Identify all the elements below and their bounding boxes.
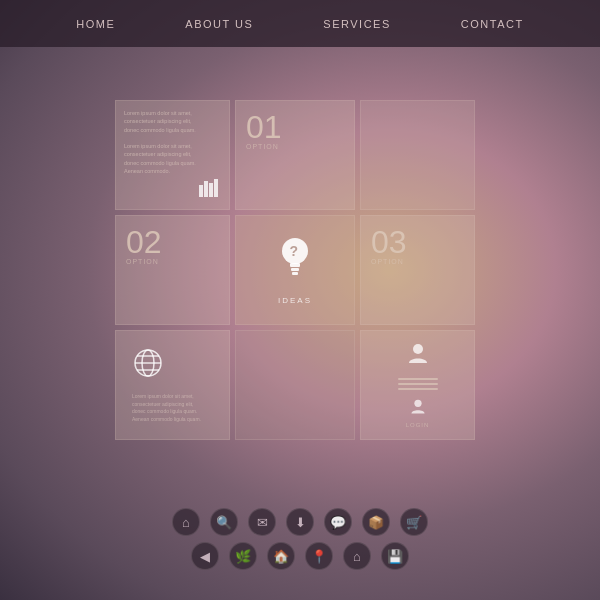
- grid-cell-2[interactable]: 01 OPTION: [235, 100, 355, 210]
- svg-rect-7: [291, 268, 299, 271]
- login-bars: [398, 375, 438, 393]
- bottom-icon-12[interactable]: ⌂: [343, 542, 371, 570]
- grid-cell-8: [235, 330, 355, 440]
- bottom-icon-7[interactable]: 🛒: [400, 508, 428, 536]
- svg-rect-1: [204, 181, 208, 197]
- svg-rect-8: [292, 272, 298, 275]
- login-label: LOGIN: [406, 422, 430, 428]
- grid-cell-3: [360, 100, 475, 210]
- bottom-icon-4[interactable]: ⬇: [286, 508, 314, 536]
- grid-cell-6[interactable]: 03 OPTION: [360, 215, 475, 325]
- option-label-3: OPTION: [371, 258, 404, 265]
- option-number-3: 03: [371, 226, 407, 258]
- grid-cell-4[interactable]: 02 OPTION: [115, 215, 230, 325]
- nav-services[interactable]: SERVICES: [323, 18, 390, 30]
- person-icon: [407, 343, 429, 371]
- svg-point-14: [413, 344, 423, 354]
- bottom-icon-8[interactable]: ◀: [191, 542, 219, 570]
- nav-about[interactable]: ABOUT US: [185, 18, 253, 30]
- svg-rect-0: [199, 185, 203, 197]
- option-number-1: 01: [246, 111, 282, 143]
- svg-rect-2: [209, 183, 213, 197]
- nav-contact[interactable]: CONTACT: [461, 18, 524, 30]
- bottom-icon-11[interactable]: 📍: [305, 542, 333, 570]
- user-icon-bottom: [410, 399, 426, 418]
- grid-cell-9[interactable]: LOGIN: [360, 330, 475, 440]
- bottom-icon-1[interactable]: ⌂: [172, 508, 200, 536]
- bottom-icon-6[interactable]: 📦: [362, 508, 390, 536]
- cell7-text: Lorem ipsum dolor sit amet, consectetuer…: [124, 389, 209, 431]
- bottom-icon-2[interactable]: 🔍: [210, 508, 238, 536]
- cell1-text: Lorem ipsum dolor sit amet, consectetuer…: [124, 109, 196, 175]
- icon-strip-1: ⌂ 🔍 ✉ ⬇ 💬 📦 🛒: [172, 508, 428, 536]
- grid-cell-1[interactable]: Lorem ipsum dolor sit amet, consectetuer…: [115, 100, 230, 210]
- city-icon: [197, 175, 221, 204]
- main-grid: Lorem ipsum dolor sit amet, consectetuer…: [115, 100, 490, 445]
- svg-rect-3: [214, 179, 218, 197]
- option-label-2: OPTION: [126, 258, 159, 265]
- navigation: HOME ABOUT US SERVICES CONTACT: [0, 0, 600, 47]
- bulb-icon: ?: [275, 235, 315, 292]
- globe-icon: [132, 347, 164, 386]
- bottom-icon-13[interactable]: 💾: [381, 542, 409, 570]
- option-number-2: 02: [126, 226, 162, 258]
- option-label-1: OPTION: [246, 143, 279, 150]
- svg-rect-6: [290, 263, 300, 267]
- bottom-icon-9[interactable]: 🌿: [229, 542, 257, 570]
- bottom-icon-3[interactable]: ✉: [248, 508, 276, 536]
- background: HOME ABOUT US SERVICES CONTACT Lorem ips…: [0, 0, 600, 600]
- bottom-icon-10[interactable]: 🏠: [267, 542, 295, 570]
- bottom-icon-5[interactable]: 💬: [324, 508, 352, 536]
- bottom-icon-area: ⌂ 🔍 ✉ ⬇ 💬 📦 🛒 ◀ 🌿 🏠 📍 ⌂ 💾: [0, 508, 600, 570]
- grid-cell-7[interactable]: Lorem ipsum dolor sit amet, consectetuer…: [115, 330, 230, 440]
- svg-point-15: [414, 399, 421, 406]
- svg-text:?: ?: [290, 243, 299, 259]
- grid-cell-ideas[interactable]: ? IDEAS: [235, 215, 355, 325]
- ideas-label: IDEAS: [278, 296, 312, 305]
- nav-home[interactable]: HOME: [76, 18, 115, 30]
- icon-strip-2: ◀ 🌿 🏠 📍 ⌂ 💾: [191, 542, 409, 570]
